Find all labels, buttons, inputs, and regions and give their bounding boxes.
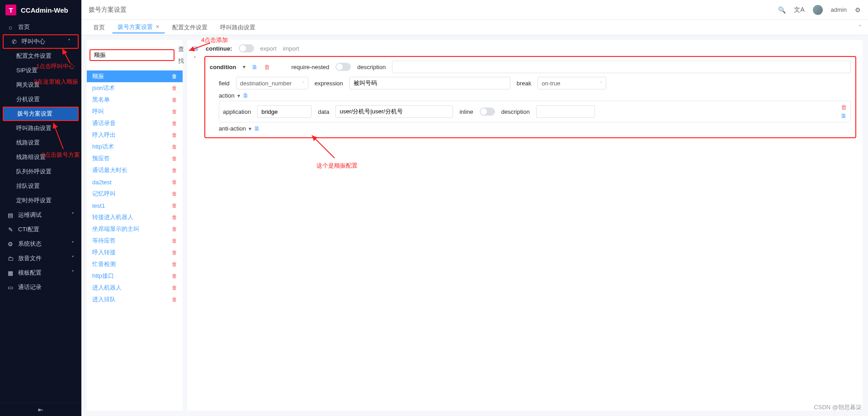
list-item[interactable]: 进入排队🗑 (87, 294, 183, 305)
delete-icon[interactable]: 🗑 (172, 273, 177, 279)
delete-icon[interactable]: 🗑 (172, 226, 177, 232)
nav-sub-2[interactable]: 网关设置 (0, 78, 81, 92)
list-item[interactable]: 坐席端显示的主叫🗑 (87, 223, 183, 235)
nav-sub-5[interactable]: 呼叫路由设置 (0, 121, 81, 136)
list-item[interactable]: 转接进入机器人🗑 (87, 211, 183, 223)
break-select[interactable]: on-true ˅ (538, 77, 606, 89)
delete-icon[interactable]: 🗑 (172, 97, 177, 103)
collapse-icon[interactable]: ˅ (193, 56, 196, 62)
list-item[interactable]: 呼入转接🗑 (87, 247, 183, 258)
nav-group-0[interactable]: ▤运维调试˅ (0, 208, 81, 222)
require-nested-toggle[interactable] (335, 63, 351, 71)
inline-toggle[interactable] (480, 108, 495, 116)
expression-input[interactable] (349, 77, 510, 89)
chevron-down-icon[interactable]: ▾ (243, 64, 245, 70)
nav-call-center[interactable]: ✆ 呼叫中心 ˄ (3, 34, 79, 49)
delete-icon[interactable]: 🗑 (172, 144, 177, 150)
nav-group-4[interactable]: ▦模板配置˅ (0, 266, 81, 280)
tabs-expand-icon[interactable]: ˅ (859, 24, 862, 31)
doc-icon[interactable]: 🗎 (254, 125, 260, 132)
description-input[interactable] (392, 61, 851, 73)
delete-icon[interactable]: 🗑 (172, 249, 177, 256)
list-item[interactable]: 进入机器人🗑 (87, 282, 183, 294)
doc-icon[interactable]: 🗎 (252, 64, 258, 70)
close-icon[interactable]: ✕ (156, 24, 160, 30)
nav-sub-10[interactable]: 定时外呼设置 (0, 193, 81, 208)
nav-home[interactable]: ⌂ 首页 (0, 20, 81, 34)
delete-icon[interactable]: 🗑 (172, 285, 177, 291)
list-item[interactable]: 顺振🗑 (87, 70, 183, 82)
translate-icon[interactable]: 文A (794, 6, 804, 14)
list-item[interactable]: json话术🗑 (87, 82, 183, 94)
nav-sub-9[interactable]: 排队设置 (0, 179, 81, 193)
list-item[interactable]: da2test🗑 (87, 176, 183, 188)
page-title: 拨号方案设置 (89, 6, 772, 14)
delete-icon[interactable]: 🗑 (172, 261, 177, 267)
list-item[interactable]: 呼入呼出🗑 (87, 129, 183, 141)
sidebar-collapse[interactable]: ⇤ (0, 402, 81, 416)
delete-icon[interactable]: 🗑 (172, 73, 177, 79)
delete-icon[interactable]: 🗑 (172, 108, 177, 115)
nav-sub-4[interactable]: 拨号方案设置 (3, 107, 79, 121)
log-icon: ▭ (7, 284, 14, 291)
nav-sub-7[interactable]: 线路组设置 (0, 150, 81, 164)
chevron-down-icon: ˅ (71, 241, 74, 247)
nav-sub-1[interactable]: SIP设置 (0, 63, 81, 78)
delete-icon[interactable]: 🗑 (172, 191, 177, 197)
data-input[interactable] (335, 105, 453, 118)
chevron-down-icon[interactable]: ▾ (249, 126, 251, 132)
application-input[interactable] (257, 105, 311, 118)
avatar[interactable] (813, 5, 823, 15)
find-button[interactable]: 查找 (176, 43, 186, 67)
nav-sub-3[interactable]: 分机设置 (0, 92, 81, 107)
delete-icon[interactable]: 🗑 (172, 238, 177, 244)
continue-toggle[interactable] (239, 44, 254, 52)
import-link[interactable]: import (283, 45, 299, 52)
nav-sub-6[interactable]: 线路设置 (0, 136, 81, 150)
delete-icon[interactable]: 🗑 (172, 167, 177, 173)
list-item[interactable]: http接口🗑 (87, 270, 183, 282)
doc-icon[interactable]: 🗎 (841, 112, 847, 119)
tab-home[interactable]: 首页 (88, 22, 110, 33)
search-input[interactable] (90, 49, 175, 61)
action-description-input[interactable] (536, 105, 595, 118)
export-link[interactable]: export (260, 45, 277, 52)
list-item[interactable]: 黑名单🗑 (87, 94, 183, 106)
list-item[interactable]: test1🗑 (87, 200, 183, 211)
list-item[interactable]: 呼叫🗑 (87, 106, 183, 117)
field-select[interactable]: destination_number ˅ (236, 77, 308, 89)
list-item[interactable]: 记忆呼叫🗑 (87, 188, 183, 200)
delete-icon[interactable]: 🗑 (172, 120, 177, 126)
nav-group-3[interactable]: 🗀放音文件˅ (0, 251, 81, 266)
nav-group-2[interactable]: ⚙系统状态˅ (0, 237, 81, 251)
delete-icon[interactable]: 🗑 (264, 64, 270, 70)
doc-icon[interactable]: 🗎 (193, 45, 199, 52)
nav-group-5[interactable]: ▭通话记录 (0, 280, 81, 294)
search-icon[interactable]: 🔍 (778, 6, 786, 14)
delete-icon[interactable]: 🗑 (172, 296, 177, 303)
tab-profile[interactable]: 配置文件设置 (167, 22, 213, 33)
delete-icon[interactable]: 🗑 (172, 214, 177, 220)
tab-route[interactable]: 呼叫路由设置 (215, 22, 261, 33)
delete-icon[interactable]: 🗑 (172, 85, 177, 91)
delete-icon[interactable]: 🗑 (172, 179, 177, 185)
doc-icon[interactable]: 🗎 (243, 92, 249, 99)
tab-dialplan[interactable]: 拨号方案设置✕ (112, 22, 165, 33)
list-item[interactable]: 忙音检测🗑 (87, 258, 183, 270)
nav-sub-8[interactable]: 队列外呼设置 (0, 164, 81, 179)
gear-icon[interactable]: ⚙ (855, 6, 861, 14)
delete-icon[interactable]: 🗑 (841, 104, 847, 111)
list-item[interactable]: 预应答🗑 (87, 153, 183, 164)
list-item[interactable]: http话术🗑 (87, 141, 183, 153)
delete-icon[interactable]: 🗑 (172, 132, 177, 138)
nav-group-1[interactable]: ✎CTI配置 (0, 222, 81, 237)
chevron-down-icon[interactable]: ▾ (237, 93, 240, 99)
description-label: description (357, 64, 386, 70)
nav-sub-0[interactable]: 配置文件设置 (0, 49, 81, 63)
list-item[interactable]: 通话最大时长🗑 (87, 164, 183, 176)
nav-label: 呼叫中心 (22, 37, 45, 46)
delete-icon[interactable]: 🗑 (172, 202, 177, 209)
list-item[interactable]: 等待应答🗑 (87, 235, 183, 247)
delete-icon[interactable]: 🗑 (172, 155, 177, 162)
list-item[interactable]: 通话录音🗑 (87, 117, 183, 129)
